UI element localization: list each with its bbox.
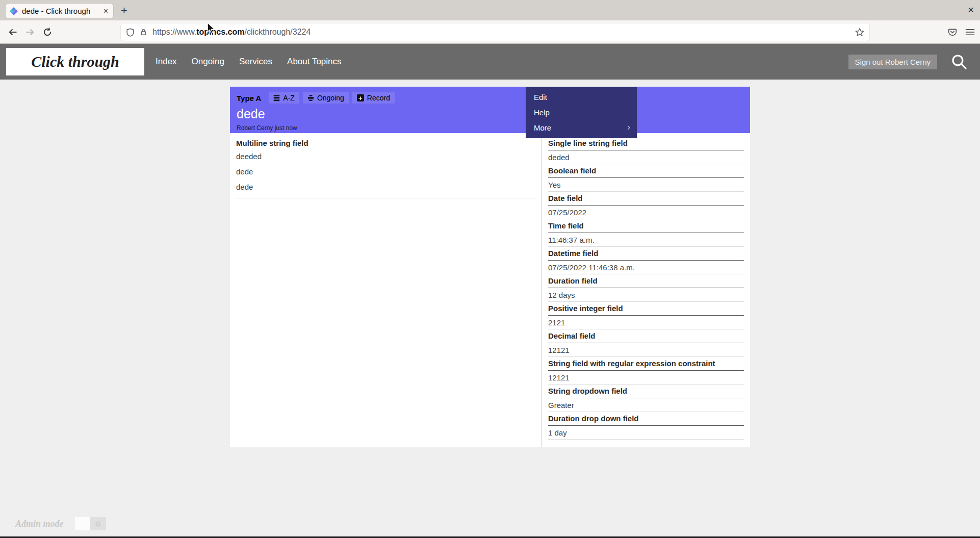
back-icon[interactable] xyxy=(4,23,21,41)
record-byline: Robert Cerny just now xyxy=(237,124,743,132)
record-card-body: Multiline string field deeded dede dede … xyxy=(230,133,750,447)
field-block: Decimal field 12121 xyxy=(548,331,744,357)
list-icon xyxy=(273,95,280,101)
field-label: Duration drop down field xyxy=(548,414,744,426)
nav-link[interactable]: Services xyxy=(239,57,272,67)
record-card-header: Type A A-Z Ongoing xyxy=(230,87,750,133)
menu-item-more[interactable]: More › xyxy=(526,120,637,136)
field-value: 1 day xyxy=(548,426,744,440)
admin-mode-toggle[interactable]: ⚙ xyxy=(75,517,106,530)
field-block: String dropdown field Greater xyxy=(548,387,744,412)
field-label: Single line string field xyxy=(548,139,744,150)
nav-link[interactable]: About Topincs xyxy=(287,57,341,67)
field-block: Duration drop down field 1 day xyxy=(548,414,744,440)
menu-item-more-label: More xyxy=(534,123,551,132)
field-value: 07/25/2022 xyxy=(548,206,744,219)
url-bar[interactable]: https://www.topincs.com/clickthrough/322… xyxy=(121,23,869,41)
field-block: Date field 07/25/2022 xyxy=(548,194,744,219)
fields-column: Single line string field deded Boolean f… xyxy=(541,133,750,447)
multiline-field-label: Multiline string field xyxy=(236,139,535,148)
record-card: Type A A-Z Ongoing xyxy=(230,87,750,447)
search-icon[interactable] xyxy=(950,53,968,70)
favicon xyxy=(10,7,18,15)
record-type-label: Type A xyxy=(237,94,261,103)
field-block: String field with regular expression con… xyxy=(548,359,744,385)
ongoing-button-label: Ongoing xyxy=(317,94,344,102)
url-prefix: https://www. xyxy=(152,28,196,36)
context-menu: Edit Help More › xyxy=(526,87,637,138)
bookmark-star-icon[interactable] xyxy=(855,28,864,37)
field-block: Datetime field 07/25/2022 11:46:38 a.m. xyxy=(548,249,744,274)
url-domain: topincs.com xyxy=(196,28,244,36)
admin-mode-label: Admin mode xyxy=(15,519,64,529)
ongoing-button[interactable]: Ongoing xyxy=(303,92,349,104)
forward-icon[interactable] xyxy=(21,23,39,41)
field-value: 12121 xyxy=(548,343,744,357)
record-button[interactable]: + Record xyxy=(352,92,395,104)
gear-icon: ⚙ xyxy=(90,517,106,530)
field-value: Greater xyxy=(548,398,744,412)
toggle-knob xyxy=(75,517,91,530)
tab-close-icon[interactable]: × xyxy=(102,7,109,15)
url-path: /clickthrough/3224 xyxy=(244,28,311,36)
field-value: 2121 xyxy=(548,316,744,329)
field-block: Positive integer field 2121 xyxy=(548,304,744,329)
plus-icon: + xyxy=(357,94,364,101)
multiline-field-values: deeded dede dede xyxy=(236,152,535,198)
field-value: 07/25/2022 11:46:38 a.m. xyxy=(548,261,744,274)
menu-hamburger-icon[interactable] xyxy=(965,28,975,36)
field-label: Time field xyxy=(548,221,744,233)
site-logo[interactable]: Click through xyxy=(6,48,144,75)
field-value: 12121 xyxy=(548,371,744,385)
nav-link[interactable]: Ongoing xyxy=(192,57,224,67)
field-value: 12 days xyxy=(548,288,744,302)
admin-mode-bar: Admin mode ⚙ xyxy=(15,517,106,530)
menu-item-help[interactable]: Help xyxy=(526,105,637,120)
lock-icon[interactable] xyxy=(140,28,147,36)
az-button-label: A-Z xyxy=(283,94,295,102)
tab-title: dede - Click through xyxy=(22,7,98,15)
field-value: Yes xyxy=(548,178,744,192)
az-button[interactable]: A-Z xyxy=(269,92,299,104)
field-block: Duration field 12 days xyxy=(548,276,744,302)
multiline-field-value: deeded xyxy=(236,152,535,161)
field-label: Duration field xyxy=(548,276,744,288)
field-value: deded xyxy=(548,150,744,164)
url-text: https://www.topincs.com/clickthrough/322… xyxy=(152,28,855,37)
field-label: Datetime field xyxy=(548,249,744,261)
new-tab-button[interactable]: + xyxy=(121,4,127,17)
chevron-right-icon: › xyxy=(627,123,630,131)
field-label: String field with regular expression con… xyxy=(548,359,744,371)
record-button-label: Record xyxy=(367,94,390,102)
shield-icon[interactable] xyxy=(126,28,135,37)
field-label: Positive integer field xyxy=(548,304,744,316)
sign-out-button[interactable]: Sign out Robert Cerny xyxy=(848,55,937,69)
browser-tab[interactable]: dede - Click through × xyxy=(5,3,114,19)
field-block: Boolean field Yes xyxy=(548,166,744,192)
site-header: Click through Index Ongoing Services Abo… xyxy=(0,44,980,80)
field-block: Single line string field deded xyxy=(548,139,744,164)
browser-toolbar: https://www.topincs.com/clickthrough/322… xyxy=(0,20,980,44)
ongoing-icon xyxy=(307,95,314,101)
reload-icon[interactable] xyxy=(39,23,56,41)
pocket-icon[interactable] xyxy=(948,28,957,37)
field-label: Decimal field xyxy=(548,331,744,343)
multiline-field-value: dede xyxy=(236,167,535,176)
site-logo-text: Click through xyxy=(31,53,119,70)
field-label: String dropdown field xyxy=(548,387,744,398)
multiline-field-column: Multiline string field deeded dede dede xyxy=(230,133,541,447)
multiline-field-value: dede xyxy=(236,183,535,192)
page-content: Type A A-Z Ongoing xyxy=(0,80,980,536)
field-value: 11:46:37 a.m. xyxy=(548,233,744,247)
field-label: Date field xyxy=(548,194,744,206)
menu-item-edit[interactable]: Edit xyxy=(526,90,637,105)
window-close-icon[interactable]: × xyxy=(968,4,974,16)
field-label: Boolean field xyxy=(548,166,744,178)
site-nav-links: Index Ongoing Services About Topincs xyxy=(156,57,342,67)
record-title: dede xyxy=(237,107,743,121)
field-block: Time field 11:46:37 a.m. xyxy=(548,221,744,247)
browser-tab-bar: dede - Click through × + × xyxy=(0,0,980,20)
nav-link[interactable]: Index xyxy=(156,57,177,67)
